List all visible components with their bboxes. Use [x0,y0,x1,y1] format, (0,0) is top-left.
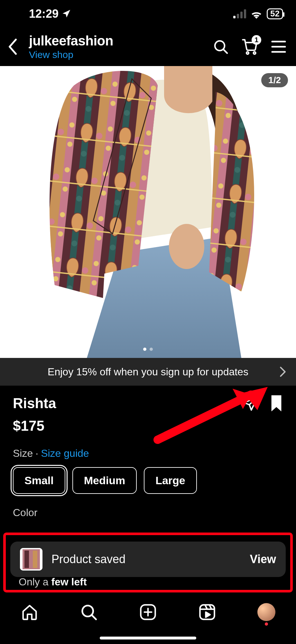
shop-title-wrap[interactable]: julkeefashion View shop [29,33,204,60]
clock: 12:29 [29,7,59,21]
nav-reels[interactable] [198,603,217,621]
cellular-icon [233,9,246,18]
product-price: $175 [13,418,283,434]
svg-rect-33 [200,605,215,620]
product-photo [35,66,261,358]
promo-text: Enjoy 15% off when you sign up for updat… [48,366,248,378]
status-bar: 12:29 52 [0,0,296,27]
cart-button[interactable]: 1 [241,38,258,55]
promo-banner[interactable]: Enjoy 15% off when you sign up for updat… [0,358,296,386]
back-button[interactable] [6,40,20,53]
shop-header: julkeefashion View shop 1 [0,27,296,66]
toast-thumbnail [20,548,42,571]
carousel-dot[interactable] [150,348,153,351]
chevron-right-icon [279,366,286,377]
svg-rect-0 [233,16,236,18]
size-label: Size [13,447,33,459]
battery-indicator: 52 [267,8,283,19]
cart-badge: 1 [252,35,261,45]
home-indicator[interactable] [100,637,196,639]
bottom-nav [0,596,296,644]
nav-profile[interactable] [257,603,276,621]
bookmark-icon[interactable] [270,395,283,411]
annotation-arrow [148,385,270,446]
annotation-highlight-box: Product saved View Only a few left [3,533,293,592]
svg-rect-3 [244,9,246,18]
share-icon[interactable] [243,396,259,411]
avatar [257,603,275,621]
separator-dot: · [35,447,38,459]
size-chip-large[interactable]: Large [144,467,197,494]
product-saved-toast[interactable]: Product saved View [10,542,286,577]
carousel-dot[interactable] [143,348,146,351]
battery-value: 52 [270,9,280,19]
svg-line-29 [92,615,96,619]
header-actions: 1 [213,38,286,55]
svg-point-7 [254,52,256,54]
status-left: 12:29 [29,7,71,21]
carousel-dots [143,348,153,351]
size-row: Size · Size guide [13,447,283,459]
svg-point-6 [246,52,249,54]
product-image-carousel[interactable]: 1/2 [0,66,296,358]
wifi-icon [250,9,263,19]
svg-rect-1 [237,14,239,18]
color-label: Color [13,507,283,519]
size-guide-link[interactable]: Size guide [41,447,89,459]
svg-rect-26 [24,551,29,568]
size-chip-small[interactable]: Small [13,467,65,494]
size-chip-medium[interactable]: Medium [72,467,137,494]
svg-rect-27 [33,551,37,568]
nav-search[interactable] [79,603,98,621]
menu-icon[interactable] [271,40,286,53]
location-icon [62,9,71,19]
shop-name: julkeefashion [29,33,204,49]
toast-view-button[interactable]: View [250,553,276,566]
search-icon[interactable] [213,39,228,54]
svg-line-5 [224,50,227,53]
status-right: 52 [233,8,283,19]
nav-home[interactable] [20,603,39,621]
size-chips: Small Medium Large [13,467,283,494]
product-title: Rishta [13,395,243,411]
product-info: Rishta $175 Size · Size guide Small Medi… [0,386,296,519]
view-shop-link[interactable]: View shop [29,49,204,60]
carousel-page-indicator: 1/2 [261,73,288,87]
svg-point-20 [169,224,204,269]
stock-status: Only a few left [19,576,87,588]
toast-message: Product saved [51,553,241,566]
svg-rect-2 [240,12,243,18]
nav-create[interactable] [139,603,157,621]
